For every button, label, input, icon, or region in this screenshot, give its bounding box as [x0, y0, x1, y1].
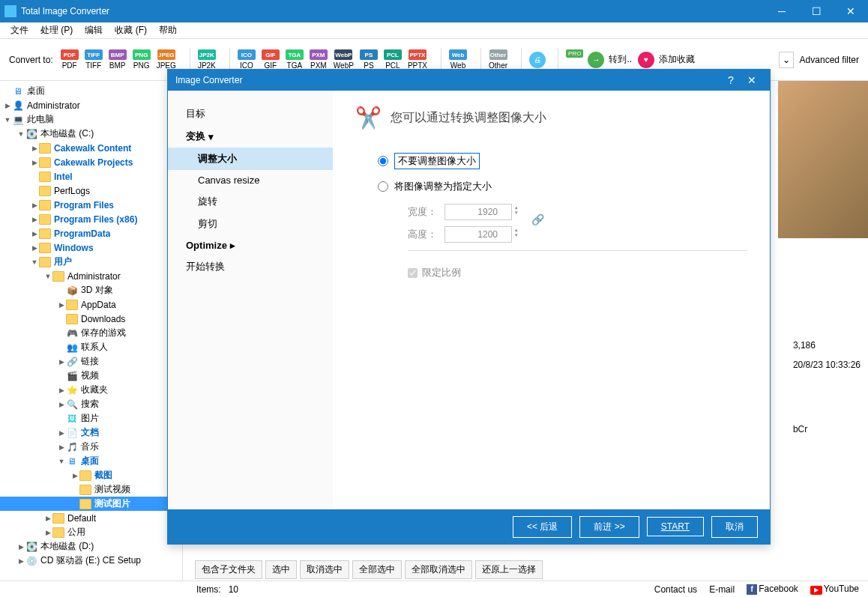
pro-badge: PRO: [566, 49, 583, 58]
sidebar-target[interactable]: 目标: [168, 103, 333, 125]
advanced-filter-label[interactable]: Advanced filter: [800, 55, 859, 65]
height-label: 高度：: [408, 228, 437, 241]
fmt-pptx[interactable]: PPTXPPTX: [408, 49, 427, 70]
fmt-bmp[interactable]: BMPBMP: [109, 49, 127, 70]
sidebar-rotate[interactable]: 旋转: [168, 190, 333, 213]
back-button[interactable]: << 后退: [513, 516, 572, 538]
chevron-down-icon: ▾: [208, 131, 214, 142]
dialog-footer: << 后退 前进 >> START 取消: [168, 509, 770, 544]
folder-tree[interactable]: 🖥桌面 ▶👤Administrator ▼💻此电脑 ▼💽本地磁盘 (C:) ▶C…: [0, 81, 183, 581]
forward-button[interactable]: 前进 >>: [579, 516, 639, 538]
sidebar-optimize[interactable]: Optimize▸: [168, 235, 333, 255]
facebook-link[interactable]: fFacebook: [747, 584, 798, 595]
btn-check[interactable]: 选中: [265, 560, 297, 579]
sidebar-crop[interactable]: 剪切: [168, 213, 333, 235]
radio-no-resize[interactable]: [378, 156, 388, 166]
filter-dropdown[interactable]: ⌄: [779, 52, 794, 68]
youtube-link[interactable]: ▶YouTube: [810, 584, 859, 595]
menu-edit[interactable]: 编辑: [79, 24, 109, 37]
selection-toolbar: 包含子文件夹 选中 取消选中 全部选中 全部取消选中 还原上一选择: [195, 560, 543, 579]
sidebar-canvas[interactable]: Canvas resize: [168, 170, 333, 190]
fmt-jp2k[interactable]: JP2KJP2K: [198, 49, 216, 70]
fmt-pcl[interactable]: PCLPCL: [384, 49, 402, 70]
menu-help[interactable]: 帮助: [153, 24, 183, 37]
dialog-help-button[interactable]: ?: [720, 74, 741, 86]
sidebar-resize[interactable]: 调整大小: [168, 148, 333, 170]
dialog-heading: 您可以通过转换调整图像大小: [391, 110, 546, 126]
sidebar-transform[interactable]: 变换▾: [168, 125, 333, 148]
height-input[interactable]: [444, 226, 512, 243]
heart-icon[interactable]: ♥: [638, 52, 654, 68]
fmt-tiff[interactable]: TIFFTIFF: [85, 49, 103, 70]
lock-ratio-checkbox[interactable]: [408, 268, 418, 278]
lock-ratio-label: 限定比例: [422, 266, 461, 279]
items-label: Items:: [196, 584, 221, 595]
statusbar: Items: 10 Contact us E-mail fFacebook ▶Y…: [0, 581, 868, 597]
cancel-button[interactable]: 取消: [711, 516, 758, 538]
fmt-png[interactable]: PNGPNG: [133, 49, 151, 70]
youtube-icon: ▶: [810, 586, 822, 595]
image-converter-dialog: Image Converter ? ✕ 目标 变换▾ 调整大小 Canvas r…: [167, 69, 771, 545]
goto-icon[interactable]: →: [588, 52, 604, 68]
info-color: bCr: [793, 419, 861, 439]
fmt-webp[interactable]: WebPWebP: [334, 49, 354, 70]
items-count: 10: [229, 584, 238, 595]
radio-resize-to[interactable]: [378, 181, 388, 192]
contact-link[interactable]: Contact us: [654, 584, 697, 595]
convert-to-label: Convert to:: [9, 55, 53, 65]
dialog-sidebar: 目标 变换▾ 调整大小 Canvas resize 旋转 剪切 Optimize…: [168, 91, 333, 509]
btn-check-all[interactable]: 全部选中: [352, 560, 402, 579]
btn-subfolders[interactable]: 包含子文件夹: [195, 560, 262, 579]
facebook-icon: f: [747, 584, 757, 595]
dialog-content: ✂️ 您可以通过转换调整图像大小 不要调整图像大小 将图像调整为指定大小 宽度：…: [333, 91, 770, 509]
dialog-title: Image Converter: [175, 75, 720, 85]
menu-process[interactable]: 处理 (P): [34, 24, 79, 37]
dialog-titlebar[interactable]: Image Converter ? ✕: [168, 70, 770, 91]
fmt-other[interactable]: OtherOther: [489, 49, 507, 70]
close-button[interactable]: ✕: [834, 0, 868, 22]
menu-favorites[interactable]: 收藏 (F): [109, 24, 153, 37]
width-input[interactable]: [444, 204, 512, 220]
menubar: 文件 处理 (P) 编辑 收藏 (F) 帮助: [0, 22, 868, 39]
fmt-pxm[interactable]: PXMPXM: [310, 49, 328, 70]
btn-restore[interactable]: 还原上一选择: [475, 560, 543, 579]
link-ratio-icon[interactable]: 🔗: [531, 213, 544, 225]
app-title: Total Image Converter: [21, 6, 765, 16]
fmt-web[interactable]: WebWeb: [449, 49, 467, 70]
fmt-gif[interactable]: GIFGIF: [262, 49, 280, 70]
info-size: 3,186: [793, 336, 861, 355]
email-link[interactable]: E-mail: [709, 584, 735, 595]
sidebar-start[interactable]: 开始转换: [168, 255, 333, 278]
app-icon: [4, 5, 16, 17]
btn-uncheck-all[interactable]: 全部取消选中: [405, 560, 472, 579]
menu-file[interactable]: 文件: [4, 24, 34, 37]
goto-label[interactable]: 转到..: [609, 53, 632, 66]
fmt-tga[interactable]: TGATGA: [286, 49, 304, 70]
opt-resize-to-label: 将图像调整为指定大小: [394, 180, 492, 193]
fmt-ico[interactable]: ICOICO: [238, 49, 256, 70]
dialog-close-button[interactable]: ✕: [741, 74, 762, 86]
fmt-pdf[interactable]: PDFPDF: [61, 49, 79, 70]
main-titlebar: Total Image Converter ─ ☐ ✕: [0, 0, 868, 22]
favorite-label[interactable]: 添加收藏: [659, 53, 695, 66]
fmt-jpeg[interactable]: JPEGJPEG: [157, 49, 176, 70]
start-button[interactable]: START: [647, 517, 704, 536]
btn-uncheck[interactable]: 取消选中: [300, 560, 349, 579]
preview-image: [778, 81, 868, 238]
maximize-button[interactable]: ☐: [799, 0, 834, 22]
width-label: 宽度：: [408, 205, 437, 219]
chevron-right-icon: ▸: [230, 240, 235, 251]
info-date: 20/8/23 10:33:26: [793, 355, 861, 375]
fmt-ps[interactable]: PSPS: [360, 49, 378, 70]
scissors-icon: ✂️: [355, 106, 382, 130]
minimize-button[interactable]: ─: [765, 0, 799, 22]
tree-selected-item: 测试图片: [0, 497, 182, 511]
print-icon[interactable]: 🖨: [529, 52, 546, 68]
opt-no-resize-label: 不要调整图像大小: [394, 153, 480, 169]
